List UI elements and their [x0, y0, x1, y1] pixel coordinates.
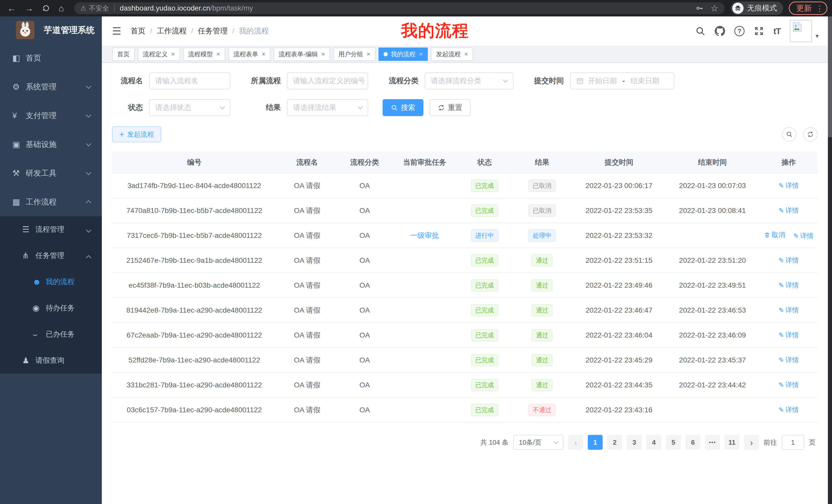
column-header[interactable]: 结束时间: [665, 151, 760, 173]
detail-action[interactable]: ✎ 详情: [793, 231, 813, 241]
detail-action[interactable]: ✎ 详情: [779, 181, 799, 190]
scrollbar-thumb[interactable]: [828, 17, 832, 137]
sidebar-toggle-icon[interactable]: ☰: [112, 25, 121, 37]
column-header[interactable]: 提交时间: [573, 151, 665, 173]
table-row[interactable]: 03c6c157-7b9a-11ec-a290-acde48001122 OA …: [112, 397, 817, 422]
table-row[interactable]: 67c2eaab-7b9a-11ec-a290-acde48001122 OA …: [112, 323, 817, 347]
close-icon[interactable]: ×: [321, 51, 325, 58]
search-button[interactable]: 搜索: [383, 99, 423, 116]
column-header[interactable]: 流程分类: [338, 151, 392, 173]
process-name-input[interactable]: 请输入流程名: [149, 73, 230, 89]
sidebar-item[interactable]: ¥ 支付管理: [0, 101, 102, 130]
page-button[interactable]: 11: [725, 435, 739, 450]
toggle-search-button[interactable]: [782, 127, 797, 142]
table-row[interactable]: 7317cec6-7b9b-11ec-b5b7-acde48001122 OA …: [112, 223, 817, 248]
sidebar-item[interactable]: ⋔ 任务管理: [0, 243, 102, 269]
fullscreen-icon[interactable]: [754, 26, 764, 36]
avatar-dropdown-icon[interactable]: ▾: [815, 32, 818, 39]
column-header[interactable]: 流程名: [277, 151, 338, 173]
address-bar[interactable]: ⚠ 不安全 dashboard.yudao.iocoder.cn/bpm/tas…: [74, 2, 725, 14]
detail-action[interactable]: ✎ 详情: [779, 405, 799, 414]
sidebar-item[interactable]: ☻ 我的流程: [0, 269, 102, 295]
back-icon[interactable]: ←: [7, 4, 16, 12]
create-process-button[interactable]: + 发起流程: [112, 127, 161, 142]
submit-time-range-picker[interactable]: 开始日期 - 结束日期: [570, 73, 674, 89]
sidebar-item[interactable]: ♟ 请假查询: [0, 347, 102, 373]
table-row[interactable]: 7470a810-7b9b-11ec-b5b7-acde48001122 OA …: [112, 198, 817, 223]
sidebar-item[interactable]: ◉ 待办任务: [0, 295, 102, 321]
close-icon[interactable]: ×: [262, 51, 265, 58]
breadcrumb-item[interactable]: 我的流程: [239, 26, 269, 36]
avatar[interactable]: [790, 20, 812, 42]
bookmark-star-icon[interactable]: ☆: [711, 3, 718, 13]
detail-action[interactable]: ✎ 详情: [779, 206, 799, 215]
page-button[interactable]: 5: [666, 435, 681, 450]
tab[interactable]: 首页: [112, 48, 135, 61]
search-icon[interactable]: [695, 26, 705, 36]
close-icon[interactable]: ×: [464, 51, 468, 58]
sidebar-item[interactable]: ▦ 工作流程: [0, 188, 102, 216]
breadcrumb-item[interactable]: 任务管理: [198, 26, 228, 36]
close-icon[interactable]: ×: [216, 51, 220, 58]
sidebar-item[interactable]: ⌣ 已办任务: [0, 321, 102, 347]
table-row[interactable]: 52ffd28e-7b9a-11ec-a290-acde48001122 OA …: [112, 347, 817, 372]
current-task-link[interactable]: 一级审批: [410, 231, 439, 240]
column-header[interactable]: 编号: [112, 151, 277, 173]
process-def-input[interactable]: 请输入流程定义的编号: [287, 73, 368, 89]
detail-action[interactable]: ✎ 详情: [779, 256, 799, 265]
detail-action[interactable]: ✎ 详情: [779, 381, 799, 389]
browser-menu-icon[interactable]: ⋮: [816, 4, 824, 13]
category-select[interactable]: 请选择流程分类: [425, 73, 514, 89]
table-row[interactable]: 2152467e-7b9b-11ec-9a1b-acde48001122 OA …: [112, 248, 817, 273]
column-header[interactable]: 结果: [511, 151, 573, 173]
sidebar-item[interactable]: ☰ 流程管理: [0, 216, 102, 243]
page-button[interactable]: 6: [685, 435, 700, 450]
tab[interactable]: 流程定义 ×: [138, 48, 180, 61]
column-header[interactable]: 当前审批任务: [392, 151, 458, 173]
update-button[interactable]: 更新 ⋮: [789, 2, 827, 15]
forward-icon[interactable]: →: [25, 4, 33, 12]
detail-action[interactable]: ✎ 详情: [779, 331, 799, 340]
detail-action[interactable]: ✎ 详情: [779, 306, 799, 315]
goto-page-input[interactable]: 1: [782, 435, 804, 450]
close-icon[interactable]: ×: [171, 51, 175, 58]
page-button[interactable]: 2: [607, 435, 622, 450]
tab[interactable]: 流程表单 ×: [228, 48, 270, 61]
reload-icon[interactable]: [42, 4, 50, 12]
page-button[interactable]: 3: [627, 435, 642, 450]
breadcrumb-item[interactable]: 首页: [131, 26, 146, 36]
home-icon[interactable]: ⌂: [59, 4, 64, 12]
password-key-icon[interactable]: [695, 4, 703, 12]
url-text[interactable]: dashboard.yudao.iocoder.cn/bpm/task/my: [120, 4, 253, 12]
page-size-select[interactable]: 10条/页: [513, 435, 564, 450]
github-icon[interactable]: [715, 26, 725, 36]
table-row[interactable]: 331bc281-7b9a-11ec-a290-acde48001122 OA …: [112, 372, 817, 397]
tab[interactable]: 我的流程 ×: [379, 48, 428, 61]
status-select[interactable]: 请选择状态: [149, 99, 230, 116]
detail-action[interactable]: ✎ 详情: [779, 356, 799, 365]
sidebar-item[interactable]: ⚒ 研发工具: [0, 159, 102, 188]
refresh-table-button[interactable]: [803, 127, 817, 142]
browser-scrollbar[interactable]: [828, 17, 832, 504]
reset-button[interactable]: 重置: [430, 99, 470, 116]
table-row[interactable]: 3ad174fb-7b9d-11ec-8404-acde48001122 OA …: [112, 173, 817, 198]
page-button[interactable]: •••: [705, 435, 720, 450]
page-button[interactable]: 4: [646, 435, 661, 450]
app-logo[interactable]: 芋道管理系统: [0, 17, 102, 44]
close-icon[interactable]: ×: [419, 51, 423, 58]
cancel-action[interactable]: 取消: [764, 230, 785, 240]
column-header[interactable]: 操作: [760, 151, 817, 173]
next-page-button[interactable]: ›: [744, 435, 759, 450]
breadcrumb-item[interactable]: 工作流程: [157, 26, 187, 36]
sidebar-item[interactable]: ◧ 首页: [0, 44, 102, 73]
sidebar-item[interactable]: ▣ 基础设施: [0, 130, 102, 159]
table-row[interactable]: 819442e8-7b9a-11ec-a290-acde48001122 OA …: [112, 298, 817, 323]
font-size-icon[interactable]: tT: [773, 26, 781, 36]
detail-action[interactable]: ✎ 详情: [779, 281, 799, 290]
tab[interactable]: 用户分组 ×: [333, 48, 375, 61]
table-row[interactable]: ec45f38f-7b9a-11ec-b03b-acde48001122 OA …: [112, 273, 817, 298]
result-select[interactable]: 请选择流结果: [287, 99, 368, 116]
sidebar-item[interactable]: ⚙ 系统管理: [0, 73, 102, 101]
column-header[interactable]: 状态: [458, 151, 512, 173]
prev-page-button[interactable]: ‹: [568, 435, 583, 450]
